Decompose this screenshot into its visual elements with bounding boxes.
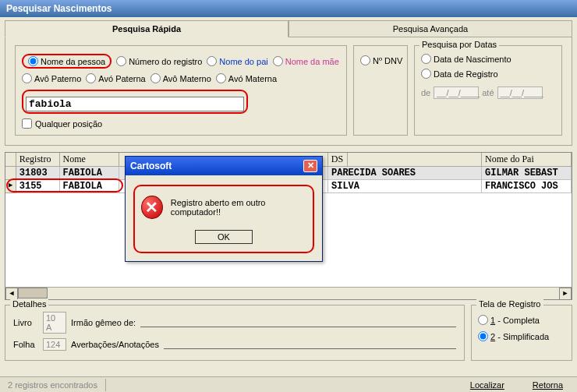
dialog-title: Cartosoft (130, 161, 172, 171)
window-title: Pesquisar Nascimentos (6, 3, 112, 14)
averbacoes-value (164, 340, 456, 349)
radio-nome-pai[interactable]: Nome do pai (207, 54, 267, 69)
col-mae-suffix[interactable]: DS (328, 153, 348, 167)
statusbar: 2 registros encontrados Localizar Retorn… (0, 376, 577, 392)
col-marker (5, 153, 16, 167)
row-pointer-icon: ▶ (5, 180, 16, 193)
tela-registro-fieldset: Tela de Registro 1 - Completa 2 - Simpli… (471, 305, 572, 361)
dialog-titlebar[interactable]: Cartosoft ✕ (126, 157, 322, 175)
window-titlebar: Pesquisar Nascimentos (0, 0, 577, 17)
label-folha: Folha (13, 340, 38, 349)
tab-pesquisa-avancada[interactable]: Pesquisa Avançada (288, 20, 572, 37)
checkbox-qualquer-posicao[interactable] (22, 118, 32, 129)
dialog-message: Registro aberto em outro computador!! (171, 198, 306, 217)
error-dialog: Cartosoft ✕ ✕ Registro aberto em outro c… (125, 156, 323, 262)
pesquisa-datas-fieldset: Pesquisa por Datas Data de Nascimento Da… (414, 45, 562, 136)
radio-nome-pessoa[interactable]: Nome da pessoa (28, 56, 105, 66)
irmao-gemeo-value (140, 318, 456, 327)
label-livro: Livro (13, 318, 38, 327)
date-to[interactable]: __/__/____ (497, 87, 543, 99)
radio-avo-paterno[interactable]: Avô Paterno (22, 73, 81, 83)
col-nome[interactable]: Nome (60, 153, 120, 167)
field-folha: 124 (43, 338, 66, 351)
radio-data-nascimento[interactable]: Data de Nascimento (421, 54, 555, 64)
horizontal-scrollbar[interactable]: ◄ ► (5, 287, 572, 299)
detalhes-fieldset: Detalhes Livro 10 A Irmão gêmeo de: Folh… (5, 305, 465, 361)
search-input[interactable]: fabiola (26, 97, 244, 111)
search-criteria-fieldset: Nome da pessoa Número do registro Nome d… (15, 45, 347, 136)
legend-tela: Tela de Registro (476, 299, 543, 309)
close-icon[interactable]: ✕ (303, 160, 317, 172)
radio-numero-registro[interactable]: Número do registro (116, 54, 202, 69)
n-dnv-fieldset: Nº DNV (353, 45, 408, 136)
radio-avo-paterna[interactable]: Avó Paterna (86, 73, 145, 83)
radio-data-registro[interactable]: Data de Registro (421, 69, 555, 79)
date-from[interactable]: __/__/____ (434, 87, 479, 99)
link-retorna[interactable]: Retorna (519, 379, 577, 391)
tab-pesquisa-rapida[interactable]: Pesquisa Rápida (5, 20, 288, 37)
col-nome-pai[interactable]: Nome do Pai (482, 153, 572, 167)
radio-n-dnv[interactable]: Nº DNV (360, 55, 401, 65)
label-irmao-gemeo: Irmão gêmeo de: (71, 318, 136, 327)
col-registro[interactable]: Registro (16, 153, 60, 167)
scroll-thumb[interactable] (18, 288, 48, 298)
label-qualquer-posicao: Qualquer posição (35, 119, 102, 129)
search-panel: Nome da pessoa Número do registro Nome d… (5, 37, 572, 146)
scroll-left-icon[interactable]: ◄ (5, 288, 18, 300)
label-ate: até (482, 88, 494, 97)
radio-nome-mae[interactable]: Nome da mãe (273, 54, 339, 69)
label-de: de (421, 88, 430, 97)
legend-pesquisa-datas: Pesquisa por Datas (419, 40, 499, 49)
status-count: 2 registros encontrados (0, 379, 106, 391)
radio-avo-materno[interactable]: Avô Materno (150, 73, 211, 83)
link-localizar[interactable]: Localizar (456, 379, 519, 391)
scroll-right-icon[interactable]: ► (559, 288, 572, 300)
error-icon: ✕ (141, 196, 163, 219)
radio-simplificada[interactable]: 2 - Simplificada (478, 331, 565, 341)
col-hidden (348, 153, 482, 167)
field-livro: 10 A (43, 312, 66, 334)
legend-detalhes: Detalhes (10, 299, 48, 309)
radio-avo-materna[interactable]: Avó Materna (216, 73, 277, 83)
radio-completa[interactable]: 1 - Completa (478, 315, 565, 325)
tabstrip: Pesquisa Rápida Pesquisa Avançada (5, 20, 572, 37)
ok-button[interactable]: OK (195, 230, 253, 244)
label-averbacoes: Averbações/Anotações (71, 340, 159, 349)
